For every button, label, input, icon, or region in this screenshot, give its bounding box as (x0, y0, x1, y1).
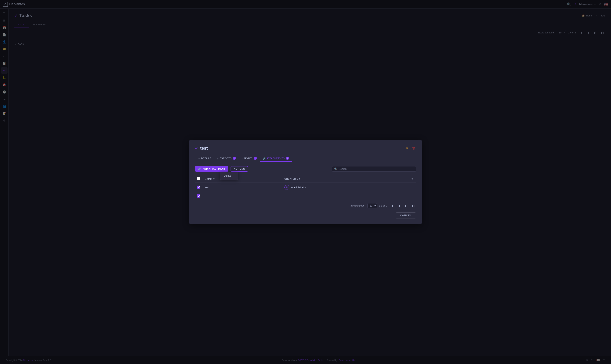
name-filter-icon[interactable]: ▼ (213, 178, 215, 180)
edit-button[interactable]: ✏ (405, 145, 409, 151)
modal: ✔ test ✏ 🗑 ⚠ DETAILS ◎ TARGETS 1 ≡ NOTES (189, 140, 422, 224)
last-page-btn[interactable]: ▶| (411, 204, 416, 208)
page-range: 1-1 of 1 (379, 204, 387, 207)
notes-tab-badge: 1 (254, 156, 257, 160)
details-tab-icon: ⚠ (198, 157, 200, 160)
row-1-checkbox[interactable] (197, 186, 200, 189)
modal-tab-targets[interactable]: ◎ TARGETS 1 (214, 155, 239, 162)
attachments-tab-icon: 🔗 (263, 157, 266, 160)
search-icon: 🔍 (334, 168, 337, 170)
modal-title: test (200, 146, 208, 151)
col-created-by: Created By (282, 175, 409, 183)
add-attachment-label: ADD ATTACHMENT (203, 168, 225, 170)
rows-per-page-label: Rows per page: (349, 204, 365, 207)
next-page-btn[interactable]: ▶ (403, 204, 408, 208)
row-1-user-name: Administrator (291, 186, 306, 189)
modal-tab-notes[interactable]: ≡ NOTES 1 (239, 155, 260, 162)
modal-header: ✔ test ✏ 🗑 (195, 145, 416, 151)
prev-page-btn[interactable]: ◀ (397, 204, 401, 208)
delete-button[interactable]: 🗑 (412, 145, 416, 151)
modal-tabs: ⚠ DETAILS ◎ TARGETS 1 ≡ NOTES 1 🔗 ATTACH… (195, 155, 416, 162)
table-row-empty (195, 192, 416, 200)
actions-dropdown: Delete (220, 172, 238, 180)
search-box: 🔍 (332, 166, 416, 172)
actions-label: ACTIONS (234, 168, 245, 170)
add-attachment-icon: 🔗 (198, 168, 201, 170)
details-tab-label: DETAILS (201, 157, 212, 160)
modal-tab-attachments[interactable]: 🔗 ATTACHMENTS 1 (260, 155, 292, 162)
add-attachment-button[interactable]: 🔗 ADD ATTACHMENT (195, 166, 228, 172)
modal-title-icon: ✔ (195, 146, 198, 150)
attachments-tab-badge: 1 (286, 156, 289, 160)
search-input[interactable] (339, 168, 414, 170)
attachments-toolbar: 🔗 ADD ATTACHMENT ACTIONS Delete 🔍 (195, 166, 416, 172)
row-2-checkbox[interactable] (197, 194, 200, 197)
select-all-checkbox[interactable] (197, 177, 200, 180)
first-page-btn[interactable]: |◀ (389, 204, 395, 208)
targets-tab-icon: ◎ (217, 157, 219, 160)
attachments-tab-label: ATTACHMENTS (267, 157, 285, 160)
modal-tab-details[interactable]: ⚠ DETAILS (195, 155, 214, 162)
row-1-name: test (202, 183, 275, 192)
col-name: Name ▼ (202, 175, 275, 183)
created-by-filter-icon[interactable]: ▼ (411, 178, 413, 180)
row-1-avatar: C (284, 185, 289, 190)
cancel-button[interactable]: CANCEL (396, 212, 416, 219)
targets-tab-label: TARGETS (220, 157, 232, 160)
table-row: test C Administrator (195, 183, 416, 192)
notes-tab-label: NOTES (244, 157, 252, 160)
targets-tab-badge: 1 (233, 156, 236, 160)
actions-button[interactable]: ACTIONS (231, 166, 248, 172)
modal-footer: CANCEL (195, 212, 416, 219)
notes-tab-icon: ≡ (242, 157, 243, 160)
modal-overlay: ✔ test ✏ 🗑 ⚠ DETAILS ◎ TARGETS 1 ≡ NOTES (0, 0, 611, 364)
rows-per-page-select[interactable]: 10 25 50 (367, 203, 377, 208)
row-1-created-by: C Administrator (284, 185, 407, 190)
dropdown-item-delete[interactable]: Delete (220, 172, 238, 179)
modal-pagination: Rows per page: 10 25 50 1-1 of 1 |◀ ◀ ▶ … (195, 200, 416, 209)
